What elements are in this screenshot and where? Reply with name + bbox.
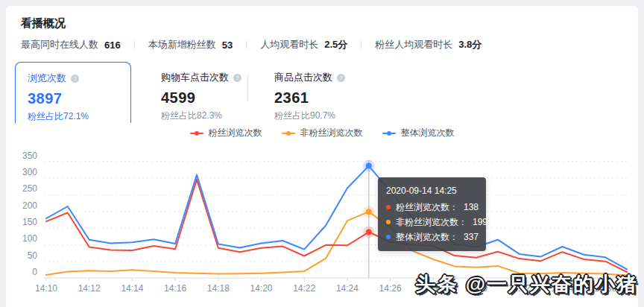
metric-divider: [247, 75, 248, 101]
x-axis-label: 14:18: [207, 283, 230, 294]
legend-marker: [190, 133, 203, 134]
x-axis-label: 14:22: [293, 283, 315, 294]
legend-marker: [282, 133, 295, 134]
hover-dot: [366, 209, 372, 215]
metric-value: 4599: [161, 89, 242, 107]
metric-tab-cart-clicks[interactable]: 购物车点击次数?4599粉丝占比82.3%: [149, 62, 242, 122]
stat-divider: [246, 40, 247, 49]
info-icon[interactable]: ?: [233, 74, 242, 82]
metric-fan-ratio: 粉丝占比72.1%: [28, 110, 130, 123]
stat-divider: [361, 40, 362, 49]
x-axis-label: 14:10: [35, 283, 57, 294]
metric-fan-ratio: 粉丝占比90.7%: [274, 110, 345, 122]
hover-dot: [366, 163, 372, 169]
series-line-粉丝浏览次数: [46, 180, 627, 272]
info-icon[interactable]: ?: [71, 75, 79, 83]
y-axis-label: 0: [32, 267, 37, 277]
stat-value: 53: [222, 39, 233, 51]
stat-item: 人均观看时长2.5分: [260, 38, 347, 51]
x-axis-label: 14:16: [164, 283, 186, 294]
x-axis-label: 14:14: [121, 283, 143, 294]
stat-item: 最高同时在线人数616: [21, 38, 121, 51]
stats-row: 最高同时在线人数616本场新增粉丝数53人均观看时长2.5分粉丝人均观看时长3.…: [21, 38, 482, 51]
legend-dot: [387, 131, 391, 136]
metric-tab-product-clicks[interactable]: 商品点击次数?2361粉丝占比90.7%: [262, 62, 345, 122]
stat-value: 616: [104, 39, 121, 51]
legend-dot: [195, 131, 199, 136]
legend-dot: [286, 131, 291, 136]
legend-item-非粉丝浏览次数[interactable]: 非粉丝浏览次数: [282, 127, 363, 139]
metric-tabs: 浏览次数?3897粉丝占比72.1%购物车点击次数?4599粉丝占比82.3%商…: [15, 62, 537, 123]
metric-label-row: 商品点击次数?: [274, 71, 345, 84]
metric-value: 3897: [28, 90, 130, 107]
metric-fan-ratio: 粉丝占比82.3%: [161, 110, 242, 122]
legend-marker: [382, 133, 396, 134]
stat-label: 本场新增粉丝数: [148, 38, 216, 51]
metric-label: 商品点击次数: [274, 71, 332, 84]
x-axis-label: 14:12: [78, 283, 101, 294]
y-axis-label: 250: [22, 183, 37, 194]
y-axis-label: 100: [22, 233, 37, 244]
y-axis-label: 150: [22, 217, 37, 227]
legend-label: 非粉丝浏览次数: [300, 127, 363, 139]
metric-label: 购物车点击次数: [161, 71, 229, 84]
live-overview-card: 看播概况 最高同时在线人数616本场新增粉丝数53人均观看时长2.5分粉丝人均观…: [6, 6, 638, 307]
views-chart[interactable]: 05010015020025030035014:1014:1214:1414:1…: [6, 145, 638, 307]
stat-label: 粉丝人均观看时长: [375, 38, 452, 51]
chart-legend: 粉丝浏览次数非粉丝浏览次数整体浏览次数: [6, 127, 638, 139]
y-axis-label: 350: [22, 151, 37, 161]
metric-label-row: 购物车点击次数?: [161, 71, 242, 84]
metric-label-row: 浏览次数?: [28, 72, 130, 85]
y-axis-label: 50: [28, 250, 38, 261]
stat-item: 粉丝人均观看时长3.8分: [375, 38, 482, 51]
metric-tab-views[interactable]: 浏览次数?3897粉丝占比72.1%: [15, 62, 131, 123]
info-icon[interactable]: ?: [337, 74, 345, 82]
stat-value: 3.8分: [458, 38, 482, 51]
watermark: 头条 @一只兴奋的小猪: [415, 271, 638, 297]
series-line-非粉丝浏览次数: [46, 212, 627, 275]
y-axis-label: 300: [22, 167, 37, 177]
y-axis-label: 200: [22, 200, 37, 211]
legend-item-整体浏览次数[interactable]: 整体浏览次数: [382, 127, 455, 139]
stat-value: 2.5分: [324, 38, 347, 51]
stat-label: 最高同时在线人数: [21, 38, 98, 51]
x-axis-label: 14:24: [336, 283, 359, 294]
stat-label: 人均观看时长: [260, 38, 318, 51]
legend-label: 整体浏览次数: [401, 127, 455, 139]
hover-dot: [366, 229, 372, 235]
stat-divider: [134, 40, 135, 49]
legend-label: 粉丝浏览次数: [209, 127, 262, 139]
page-title: 看播概况: [21, 16, 66, 31]
stat-item: 本场新增粉丝数53: [148, 38, 233, 51]
x-axis-label: 14:26: [379, 283, 402, 294]
metric-value: 2361: [274, 89, 345, 107]
x-axis-label: 14:20: [250, 283, 272, 294]
series-line-整体浏览次数: [46, 166, 627, 270]
legend-item-粉丝浏览次数[interactable]: 粉丝浏览次数: [190, 127, 262, 139]
metric-label: 浏览次数: [28, 72, 66, 85]
